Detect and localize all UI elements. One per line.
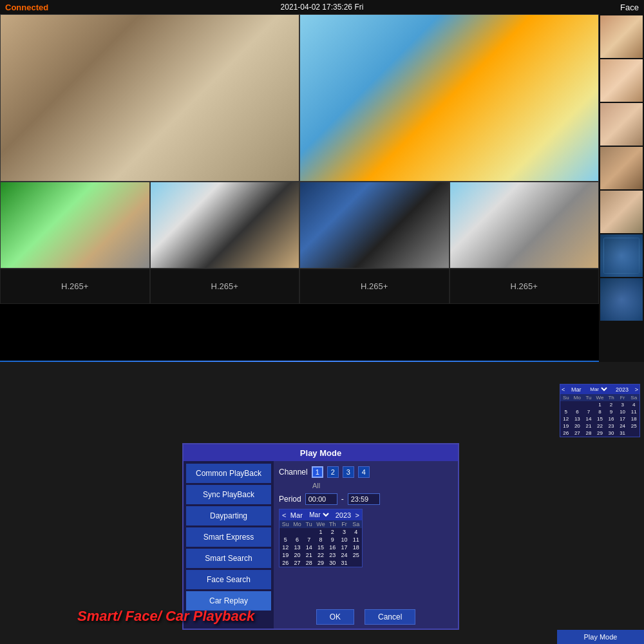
cal-day-2[interactable]: 2 (327, 528, 338, 536)
cal-day-24[interactable]: 24 (338, 551, 350, 559)
cal-day-28[interactable]: 28 (303, 559, 315, 567)
face-thumb-5[interactable] (600, 191, 643, 233)
cal-day-13[interactable]: 13 (291, 544, 303, 551)
bottom-video-row (0, 182, 599, 269)
cal-header-su: Su (279, 520, 291, 528)
dialog-settings: Channel 1 2 3 4 All Period 00:00 - 23:59… (274, 461, 458, 629)
datetime-display: 2021-04-02 17:35:26 Fri (281, 3, 364, 12)
channel-1[interactable]: 1 (312, 466, 323, 478)
cal-day-26[interactable]: 26 (279, 559, 291, 567)
cal-day-12[interactable]: 12 (279, 544, 291, 551)
cal-day-25[interactable]: 25 (350, 551, 362, 559)
channel-4[interactable]: 4 (358, 466, 370, 478)
dialog-ok-button[interactable]: OK (316, 609, 354, 625)
channel-row: Channel 1 2 3 4 (279, 466, 453, 478)
cal-header-tu: Tu (303, 520, 315, 528)
small-cal-month: Mar (571, 386, 582, 393)
cal-day-22[interactable]: 22 (315, 551, 327, 559)
dialog-cal-month-select[interactable]: Mar (307, 511, 331, 519)
cal-day-15[interactable]: 15 (315, 544, 327, 551)
cal-day-20[interactable]: 20 (291, 551, 303, 559)
play-mode-dialog: Play Mode Common PlayBack Sync PlayBack … (182, 443, 459, 630)
cal-day-14[interactable]: 14 (303, 544, 315, 551)
dialog-cancel-button[interactable]: Cancel (365, 609, 415, 625)
face-thumb-3[interactable] (600, 103, 643, 146)
face-thumb-scan-1[interactable] (600, 234, 643, 277)
dialog-cal-month: Mar (290, 511, 303, 519)
cal-day-21[interactable]: 21 (303, 551, 315, 559)
dialog-cal-header: < Mar Mar 2023 > (279, 509, 362, 520)
cal-day-1[interactable]: 1 (315, 528, 327, 536)
channel-3[interactable]: 3 (343, 466, 354, 478)
cal-day-27[interactable]: 27 (291, 559, 303, 567)
dialog-actions: OK Cancel (274, 609, 458, 625)
bottom-playback-label: Smart/ Face/ Car Playback (77, 608, 254, 625)
cal-day-3[interactable]: 3 (338, 528, 350, 536)
video-cell-3[interactable] (0, 182, 150, 269)
mode-common-playback[interactable]: Common PlayBack (186, 464, 271, 483)
dialog-title: Play Mode (300, 448, 341, 458)
dialog-cal-next[interactable]: > (355, 511, 359, 519)
cal-day-11[interactable]: 11 (350, 536, 362, 544)
top-video-row (0, 14, 599, 182)
face-thumb-scan-2[interactable] (600, 278, 643, 321)
bottom-right-panel: < Mar Mar 2023 > Su Mo Tu We Th Fr Sa 1 … (557, 362, 644, 644)
cal-day-7[interactable]: 7 (303, 536, 315, 544)
cal-day-31[interactable]: 31 (338, 559, 350, 567)
cal-day-8[interactable]: 8 (315, 536, 327, 544)
top-bar: Connected 2021-04-02 17:35:26 Fri Face (0, 0, 644, 14)
cal-day-16[interactable]: 16 (327, 544, 338, 551)
codec-label-1: H.265+ (0, 269, 150, 304)
codec-label-2: H.265+ (150, 269, 300, 304)
small-cal-next[interactable]: > (635, 386, 638, 393)
dialog-cal-year: 2023 (336, 511, 351, 519)
video-cell-6[interactable] (450, 182, 600, 269)
cal-day-17[interactable]: 17 (338, 544, 350, 551)
small-cal-prev[interactable]: < (562, 386, 565, 393)
dialog-cal-prev[interactable]: < (282, 511, 286, 519)
play-mode-button[interactable]: Play Mode (557, 630, 644, 644)
cal-day-9[interactable]: 9 (327, 536, 338, 544)
cal-day-6[interactable]: 6 (291, 536, 303, 544)
face-thumb-2[interactable] (600, 59, 643, 102)
cal-day-18[interactable]: 18 (350, 544, 362, 551)
cal-day-5[interactable]: 5 (279, 536, 291, 544)
period-end-input[interactable]: 23:59 (348, 493, 380, 505)
cal-day-29[interactable]: 29 (315, 559, 327, 567)
main-video-area: H.265+ H.265+ H.265+ H.265+ (0, 14, 599, 362)
dialog-title-bar: Play Mode (184, 444, 458, 461)
dialog-calendar: < Mar Mar 2023 > Su Mo Tu We Th Fr Sa (279, 509, 363, 567)
cal-day-19[interactable]: 19 (279, 551, 291, 559)
mode-dayparting[interactable]: Dayparting (186, 506, 271, 526)
dialog-body: Common PlayBack Sync PlayBack Dayparting… (184, 461, 458, 629)
cal-header-fr: Fr (338, 520, 350, 528)
video-cell-5[interactable] (299, 182, 450, 269)
period-row: Period 00:00 - 23:59 (279, 493, 453, 505)
mode-smart-search[interactable]: Smart Search (186, 549, 271, 568)
small-cal-year: 2023 (616, 386, 629, 393)
cal-day-30[interactable]: 30 (327, 559, 338, 567)
codec-label-row: H.265+ H.265+ H.265+ H.265+ (0, 269, 599, 304)
cal-day-10[interactable]: 10 (338, 536, 350, 544)
cal-header-we: We (315, 520, 327, 528)
face-thumb-4[interactable] (600, 147, 643, 189)
mode-sync-playback[interactable]: Sync PlayBack (186, 485, 271, 504)
cal-day (350, 559, 362, 567)
channel-label: Channel (279, 468, 308, 477)
period-start-input[interactable]: 00:00 (305, 493, 337, 505)
cal-day (291, 528, 303, 536)
video-cell-2[interactable] (299, 14, 599, 182)
mode-face-search[interactable]: Face Search (186, 570, 271, 589)
cal-day-4[interactable]: 4 (350, 528, 362, 536)
video-cell-4[interactable] (150, 182, 300, 269)
face-thumb-1[interactable] (600, 15, 643, 58)
mode-smart-express[interactable]: Smart Express (186, 527, 271, 547)
video-cell-1[interactable] (0, 14, 299, 182)
face-label: Face (620, 3, 639, 12)
small-cal-month-select[interactable]: Mar (587, 386, 609, 393)
cal-day-23[interactable]: 23 (327, 551, 338, 559)
channel-2[interactable]: 2 (327, 466, 339, 478)
period-label: Period (279, 495, 301, 504)
dialog-mode-list: Common PlayBack Sync PlayBack Dayparting… (184, 461, 274, 629)
connection-status: Connected (5, 3, 48, 12)
